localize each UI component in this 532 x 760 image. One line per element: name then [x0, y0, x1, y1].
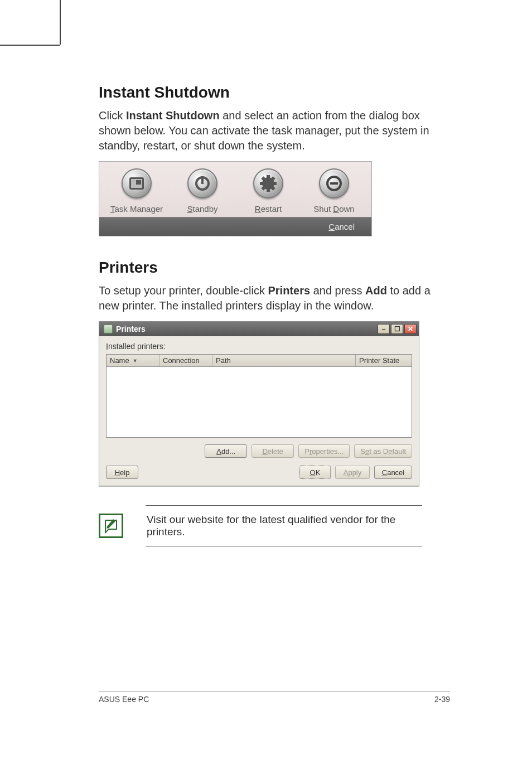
window-title: Printers: [116, 325, 146, 333]
installed-printers-label: Installed printers:: [106, 342, 412, 351]
column-printer-state[interactable]: Printer State: [356, 355, 412, 366]
crop-mark-horizontal: [0, 45, 60, 46]
printers-table[interactable]: Name ▼ Connection Path Printer State: [106, 354, 412, 438]
properties-button[interactable]: Properties...: [298, 444, 350, 458]
column-name[interactable]: Name ▼: [107, 355, 159, 366]
task-manager-icon: [122, 168, 152, 199]
option-label: Shut Down: [313, 204, 354, 214]
column-path[interactable]: Path: [212, 355, 356, 366]
column-label: Name: [110, 356, 129, 365]
close-button[interactable]: ✕: [404, 324, 417, 334]
option-standby[interactable]: Standby: [172, 168, 233, 214]
option-shut-down[interactable]: Shut Down: [303, 168, 365, 214]
window-body: Installed printers: Name ▼ Connection Pa…: [99, 336, 419, 486]
shut-down-icon: [319, 168, 349, 199]
restart-icon: [253, 168, 283, 199]
option-label: Standby: [187, 204, 217, 214]
option-task-manager[interactable]: Task Manager: [106, 168, 167, 214]
printers-window: Printers – ☐ ✕ Installed printers: Name …: [99, 321, 419, 486]
ok-button[interactable]: OK: [299, 466, 331, 479]
text-bold: Printers: [268, 284, 311, 297]
text-bold: Add: [365, 284, 387, 297]
printer-app-icon: [104, 325, 113, 333]
note-text: Visit our website for the latest qualifi…: [146, 505, 422, 546]
heading-printers: Printers: [99, 259, 450, 277]
apply-button[interactable]: Apply: [335, 466, 370, 479]
paragraph-instant-shutdown: Click Instant Shutdown and select an act…: [99, 108, 450, 153]
document-page: Instant Shutdown Click Instant Shutdown …: [60, 45, 489, 714]
cancel-button[interactable]: Cancel: [374, 466, 412, 479]
shutdown-dialog-footer: Cancel: [99, 217, 371, 236]
set-default-button[interactable]: Set as Default: [354, 444, 412, 458]
page-footer: ASUS Eee PC 2-39: [99, 691, 450, 704]
standby-icon: [187, 168, 217, 199]
note-icon: [99, 514, 123, 538]
table-header-row: Name ▼ Connection Path Printer State: [107, 355, 412, 367]
instant-shutdown-dialog: Task Manager Standby Restart: [99, 161, 372, 236]
window-titlebar[interactable]: Printers – ☐ ✕: [99, 322, 419, 336]
cancel-button[interactable]: Cancel: [328, 222, 355, 231]
option-label: Task Manager: [110, 204, 163, 214]
text: Click: [99, 109, 126, 122]
text: and press: [310, 284, 365, 297]
option-restart[interactable]: Restart: [238, 168, 299, 214]
footer-left: ASUS Eee PC: [99, 695, 149, 704]
crop-mark-vertical: [60, 0, 61, 45]
text-bold: Instant Shutdown: [126, 109, 220, 122]
dialog-buttons: Help OK Apply Cancel: [106, 466, 412, 479]
minimize-button[interactable]: –: [378, 324, 390, 334]
text: To setup your printer, double-click: [99, 284, 268, 297]
add-button[interactable]: Add...: [205, 444, 247, 458]
option-label: Restart: [255, 204, 282, 214]
shutdown-options-row: Task Manager Standby Restart: [99, 162, 371, 217]
heading-instant-shutdown: Instant Shutdown: [99, 84, 450, 101]
column-connection[interactable]: Connection: [159, 355, 212, 366]
footer-right: 2-39: [434, 695, 450, 704]
printer-action-buttons: Add... Delete Properties... Set as Defau…: [106, 444, 412, 458]
maximize-button[interactable]: ☐: [391, 324, 403, 334]
delete-button[interactable]: Delete: [252, 444, 294, 458]
help-button[interactable]: Help: [106, 466, 138, 479]
paragraph-printers: To setup your printer, double-click Prin…: [99, 283, 450, 313]
note-box: Visit our website for the latest qualifi…: [99, 505, 422, 546]
sort-descending-icon: ▼: [133, 358, 138, 364]
